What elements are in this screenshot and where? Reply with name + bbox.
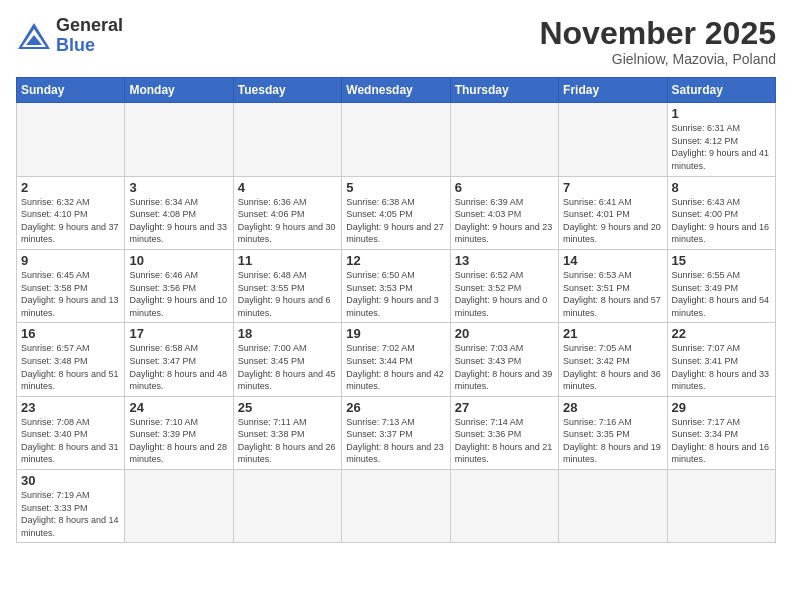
day-info: Sunrise: 6:41 AM Sunset: 4:01 PM Dayligh… — [563, 196, 662, 246]
header: GeneralBlue November 2025 Gielniow, Mazo… — [16, 16, 776, 67]
calendar-cell: 30Sunrise: 7:19 AM Sunset: 3:33 PM Dayli… — [17, 470, 125, 543]
calendar-cell: 25Sunrise: 7:11 AM Sunset: 3:38 PM Dayli… — [233, 396, 341, 469]
calendar-cell: 16Sunrise: 6:57 AM Sunset: 3:48 PM Dayli… — [17, 323, 125, 396]
weekday-header-wednesday: Wednesday — [342, 78, 450, 103]
day-number: 6 — [455, 180, 554, 195]
day-number: 29 — [672, 400, 771, 415]
calendar-cell: 17Sunrise: 6:58 AM Sunset: 3:47 PM Dayli… — [125, 323, 233, 396]
calendar-cell: 22Sunrise: 7:07 AM Sunset: 3:41 PM Dayli… — [667, 323, 775, 396]
day-info: Sunrise: 7:14 AM Sunset: 3:36 PM Dayligh… — [455, 416, 554, 466]
day-info: Sunrise: 7:07 AM Sunset: 3:41 PM Dayligh… — [672, 342, 771, 392]
day-info: Sunrise: 6:32 AM Sunset: 4:10 PM Dayligh… — [21, 196, 120, 246]
calendar-cell: 5Sunrise: 6:38 AM Sunset: 4:05 PM Daylig… — [342, 176, 450, 249]
calendar-cell: 2Sunrise: 6:32 AM Sunset: 4:10 PM Daylig… — [17, 176, 125, 249]
day-info: Sunrise: 6:48 AM Sunset: 3:55 PM Dayligh… — [238, 269, 337, 319]
day-info: Sunrise: 6:58 AM Sunset: 3:47 PM Dayligh… — [129, 342, 228, 392]
day-info: Sunrise: 6:43 AM Sunset: 4:00 PM Dayligh… — [672, 196, 771, 246]
day-number: 22 — [672, 326, 771, 341]
day-number: 19 — [346, 326, 445, 341]
calendar-cell — [450, 103, 558, 176]
calendar-cell — [667, 470, 775, 543]
calendar-cell — [559, 103, 667, 176]
calendar-cell: 20Sunrise: 7:03 AM Sunset: 3:43 PM Dayli… — [450, 323, 558, 396]
day-number: 20 — [455, 326, 554, 341]
calendar-cell: 27Sunrise: 7:14 AM Sunset: 3:36 PM Dayli… — [450, 396, 558, 469]
day-number: 13 — [455, 253, 554, 268]
day-info: Sunrise: 6:50 AM Sunset: 3:53 PM Dayligh… — [346, 269, 445, 319]
day-number: 3 — [129, 180, 228, 195]
day-info: Sunrise: 7:00 AM Sunset: 3:45 PM Dayligh… — [238, 342, 337, 392]
calendar-cell: 8Sunrise: 6:43 AM Sunset: 4:00 PM Daylig… — [667, 176, 775, 249]
calendar-cell: 18Sunrise: 7:00 AM Sunset: 3:45 PM Dayli… — [233, 323, 341, 396]
calendar-cell: 26Sunrise: 7:13 AM Sunset: 3:37 PM Dayli… — [342, 396, 450, 469]
calendar-cell: 1Sunrise: 6:31 AM Sunset: 4:12 PM Daylig… — [667, 103, 775, 176]
day-info: Sunrise: 6:36 AM Sunset: 4:06 PM Dayligh… — [238, 196, 337, 246]
day-info: Sunrise: 7:11 AM Sunset: 3:38 PM Dayligh… — [238, 416, 337, 466]
weekday-header-thursday: Thursday — [450, 78, 558, 103]
day-number: 11 — [238, 253, 337, 268]
day-info: Sunrise: 7:17 AM Sunset: 3:34 PM Dayligh… — [672, 416, 771, 466]
page: GeneralBlue November 2025 Gielniow, Mazo… — [0, 0, 792, 612]
day-number: 25 — [238, 400, 337, 415]
calendar-cell: 4Sunrise: 6:36 AM Sunset: 4:06 PM Daylig… — [233, 176, 341, 249]
day-number: 21 — [563, 326, 662, 341]
day-info: Sunrise: 6:55 AM Sunset: 3:49 PM Dayligh… — [672, 269, 771, 319]
day-number: 15 — [672, 253, 771, 268]
day-info: Sunrise: 7:05 AM Sunset: 3:42 PM Dayligh… — [563, 342, 662, 392]
calendar-week-5: 30Sunrise: 7:19 AM Sunset: 3:33 PM Dayli… — [17, 470, 776, 543]
logo-text: GeneralBlue — [56, 16, 123, 56]
day-number: 10 — [129, 253, 228, 268]
calendar-week-1: 2Sunrise: 6:32 AM Sunset: 4:10 PM Daylig… — [17, 176, 776, 249]
day-number: 30 — [21, 473, 120, 488]
day-number: 18 — [238, 326, 337, 341]
calendar-cell: 23Sunrise: 7:08 AM Sunset: 3:40 PM Dayli… — [17, 396, 125, 469]
day-info: Sunrise: 6:34 AM Sunset: 4:08 PM Dayligh… — [129, 196, 228, 246]
calendar-cell: 9Sunrise: 6:45 AM Sunset: 3:58 PM Daylig… — [17, 249, 125, 322]
day-number: 26 — [346, 400, 445, 415]
calendar-cell: 12Sunrise: 6:50 AM Sunset: 3:53 PM Dayli… — [342, 249, 450, 322]
calendar-cell: 10Sunrise: 6:46 AM Sunset: 3:56 PM Dayli… — [125, 249, 233, 322]
weekday-header-tuesday: Tuesday — [233, 78, 341, 103]
day-info: Sunrise: 6:39 AM Sunset: 4:03 PM Dayligh… — [455, 196, 554, 246]
calendar: SundayMondayTuesdayWednesdayThursdayFrid… — [16, 77, 776, 543]
day-number: 24 — [129, 400, 228, 415]
calendar-cell: 7Sunrise: 6:41 AM Sunset: 4:01 PM Daylig… — [559, 176, 667, 249]
calendar-cell — [125, 103, 233, 176]
day-number: 9 — [21, 253, 120, 268]
weekday-header-friday: Friday — [559, 78, 667, 103]
day-number: 8 — [672, 180, 771, 195]
calendar-week-4: 23Sunrise: 7:08 AM Sunset: 3:40 PM Dayli… — [17, 396, 776, 469]
calendar-cell: 24Sunrise: 7:10 AM Sunset: 3:39 PM Dayli… — [125, 396, 233, 469]
day-info: Sunrise: 6:53 AM Sunset: 3:51 PM Dayligh… — [563, 269, 662, 319]
weekday-header-monday: Monday — [125, 78, 233, 103]
day-info: Sunrise: 7:19 AM Sunset: 3:33 PM Dayligh… — [21, 489, 120, 539]
day-number: 7 — [563, 180, 662, 195]
day-number: 16 — [21, 326, 120, 341]
weekday-header-sunday: Sunday — [17, 78, 125, 103]
weekday-header-saturday: Saturday — [667, 78, 775, 103]
calendar-cell: 6Sunrise: 6:39 AM Sunset: 4:03 PM Daylig… — [450, 176, 558, 249]
day-info: Sunrise: 7:16 AM Sunset: 3:35 PM Dayligh… — [563, 416, 662, 466]
month-title: November 2025 — [539, 16, 776, 51]
day-number: 17 — [129, 326, 228, 341]
calendar-cell: 13Sunrise: 6:52 AM Sunset: 3:52 PM Dayli… — [450, 249, 558, 322]
logo: GeneralBlue — [16, 16, 123, 56]
calendar-week-2: 9Sunrise: 6:45 AM Sunset: 3:58 PM Daylig… — [17, 249, 776, 322]
calendar-week-0: 1Sunrise: 6:31 AM Sunset: 4:12 PM Daylig… — [17, 103, 776, 176]
title-block: November 2025 Gielniow, Mazovia, Poland — [539, 16, 776, 67]
day-number: 12 — [346, 253, 445, 268]
calendar-cell: 3Sunrise: 6:34 AM Sunset: 4:08 PM Daylig… — [125, 176, 233, 249]
calendar-cell: 19Sunrise: 7:02 AM Sunset: 3:44 PM Dayli… — [342, 323, 450, 396]
calendar-cell — [233, 470, 341, 543]
calendar-cell — [17, 103, 125, 176]
calendar-cell — [342, 103, 450, 176]
day-number: 23 — [21, 400, 120, 415]
day-info: Sunrise: 7:02 AM Sunset: 3:44 PM Dayligh… — [346, 342, 445, 392]
calendar-cell: 29Sunrise: 7:17 AM Sunset: 3:34 PM Dayli… — [667, 396, 775, 469]
calendar-cell: 21Sunrise: 7:05 AM Sunset: 3:42 PM Dayli… — [559, 323, 667, 396]
calendar-cell: 28Sunrise: 7:16 AM Sunset: 3:35 PM Dayli… — [559, 396, 667, 469]
day-number: 2 — [21, 180, 120, 195]
day-number: 27 — [455, 400, 554, 415]
subtitle: Gielniow, Mazovia, Poland — [539, 51, 776, 67]
logo-icon — [16, 21, 52, 51]
